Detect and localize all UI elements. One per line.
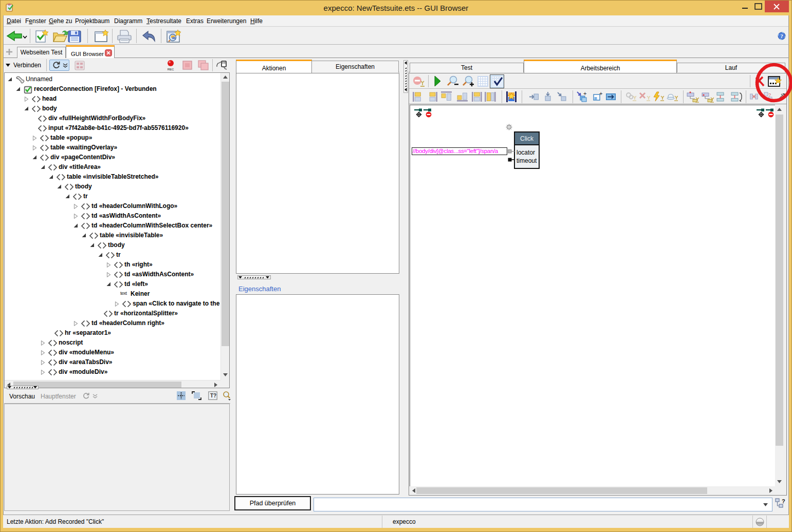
- svg-text:T?: T?: [210, 393, 216, 398]
- svg-text:?: ?: [780, 33, 783, 39]
- svg-text:REC: REC: [168, 68, 174, 71]
- svg-text:?: ?: [768, 92, 771, 98]
- svg-text:?: ?: [782, 498, 785, 504]
